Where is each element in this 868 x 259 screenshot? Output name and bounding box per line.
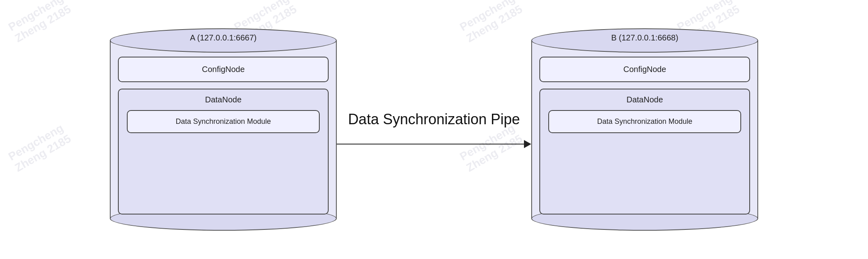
arrow-container (337, 140, 531, 148)
right-config-node: ConfigNode (539, 57, 750, 82)
left-cylinder: A (127.0.0.1:6667) ConfigNode DataNode D… (110, 28, 337, 231)
middle-section: Data Synchronization Pipe (337, 111, 531, 148)
right-sync-module: Data Synchronization Module (548, 110, 741, 133)
right-cylinder: B (127.0.0.1:6668) ConfigNode DataNode D… (531, 28, 758, 231)
right-data-node-box: DataNode Data Synchronization Module (539, 89, 750, 214)
arrow-line (337, 144, 524, 145)
right-data-node-label: DataNode (548, 95, 741, 104)
diagram-container: A (127.0.0.1:6667) ConfigNode DataNode D… (0, 0, 868, 259)
right-cylinder-content: ConfigNode DataNode Data Synchronization… (539, 57, 750, 214)
pipe-label: Data Synchronization Pipe (348, 111, 520, 128)
left-data-node-box: DataNode Data Synchronization Module (118, 89, 329, 214)
left-cylinder-label: A (127.0.0.1:6667) (110, 33, 337, 42)
right-cylinder-label: B (127.0.0.1:6668) (531, 33, 758, 42)
left-data-node-label: DataNode (127, 95, 320, 104)
left-config-node: ConfigNode (118, 57, 329, 82)
arrow-head (524, 140, 531, 148)
left-sync-module: Data Synchronization Module (127, 110, 320, 133)
left-cylinder-content: ConfigNode DataNode Data Synchronization… (118, 57, 329, 214)
